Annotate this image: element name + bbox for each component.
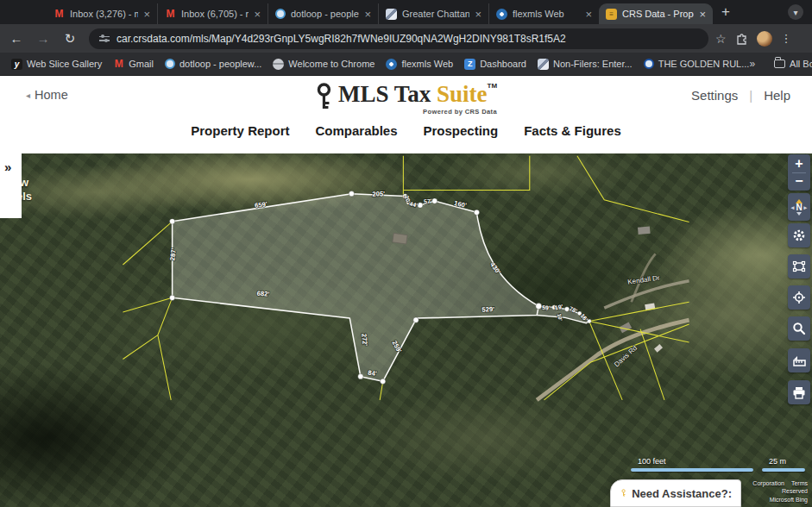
- tab-inbox-2[interactable]: M Inbox (6,705) - mp ×: [157, 3, 268, 24]
- need-assistance-label: Need Assistance?:: [632, 487, 732, 500]
- kendall-road: [604, 281, 689, 308]
- gmail-icon: M: [165, 9, 176, 20]
- terms-link[interactable]: Terms: [791, 480, 808, 486]
- compass-n-label: N: [796, 203, 802, 212]
- bookmark-non-filers[interactable]: Non-Filers: Enter...: [538, 59, 633, 70]
- bookmarks-overflow-icon[interactable]: »: [749, 58, 755, 70]
- bookmark-welcome-chrome[interactable]: Welcome to Chrome: [273, 59, 375, 70]
- bookmark-flexmls[interactable]: flexmls Web: [386, 59, 453, 70]
- parcel-outline: [173, 194, 539, 382]
- home-label: Home: [35, 88, 68, 102]
- header-links: Settings | Help: [691, 88, 790, 103]
- draw-area-button[interactable]: [788, 254, 810, 279]
- svg-text:287': 287': [168, 247, 177, 261]
- nav-property-report[interactable]: Property Report: [191, 123, 289, 138]
- svg-text:272': 272': [360, 333, 368, 347]
- tab-label: flexmls Web: [513, 9, 580, 19]
- logo-text: MLS Tax SuiteTM: [338, 83, 497, 106]
- all-bookmarks-button[interactable]: All Bookmarks: [774, 59, 812, 69]
- tab-search-button[interactable]: ▾: [788, 4, 803, 20]
- attribution-text: Corporation: [752, 480, 784, 486]
- bookmark-star-icon[interactable]: ☆: [715, 32, 727, 46]
- bookmark-label: Non-Filers: Enter...: [553, 59, 633, 69]
- golden-rule-icon: [644, 59, 654, 69]
- tab-label: Greater Chattanoo: [402, 9, 469, 19]
- bookmark-dashboard[interactable]: Z Dashboard: [464, 59, 526, 70]
- dotloop-icon: [165, 59, 175, 69]
- tab-crs-data-active[interactable]: ≡ CRS Data - Propert ×: [599, 3, 713, 24]
- browser-window: M Inbox (3,276) - mai × M Inbox (6,705) …: [0, 0, 812, 507]
- zoom-in-button[interactable]: +: [795, 156, 803, 172]
- extensions-icon[interactable]: [735, 32, 748, 45]
- site-icon: [386, 9, 397, 20]
- profile-avatar[interactable]: [757, 31, 772, 47]
- compass-control[interactable]: ◂N▸: [788, 193, 810, 221]
- scale-meters-label: 25 m: [762, 457, 805, 466]
- site-settings-icon[interactable]: [99, 36, 110, 41]
- chrome-menu-icon[interactable]: ⋮: [781, 32, 792, 45]
- close-icon[interactable]: ×: [585, 8, 592, 21]
- mls-tax-suite-logo: MLS Tax SuiteTM Powered by CRS Data: [315, 83, 497, 116]
- address-bar[interactable]: car.crsdata.com/mls/Map/Y4d293rGnpLY5wgR…: [89, 28, 708, 49]
- close-icon[interactable]: ×: [475, 8, 482, 21]
- collapsed-panel-strip: »: [0, 153, 22, 218]
- url-text[interactable]: car.crsdata.com/mls/Map/Y4d293rGnpLY5wgR…: [116, 33, 566, 45]
- flexmls-icon: [496, 9, 507, 20]
- compass-south-icon: [796, 212, 802, 216]
- settings-link[interactable]: Settings: [691, 88, 738, 103]
- need-assistance-panel[interactable]: Need Assistance?:: [610, 479, 741, 507]
- rotate-left-icon[interactable]: ◂: [791, 204, 795, 210]
- tab-flexmls[interactable]: flexmls Web ×: [488, 3, 599, 24]
- zoom-out-button[interactable]: −: [795, 173, 803, 189]
- home-button[interactable]: ◂ Home: [26, 88, 68, 102]
- rotate-right-icon[interactable]: ▸: [804, 204, 808, 210]
- bookmark-dotloop[interactable]: dotloop - peoplew...: [165, 59, 261, 69]
- draw-rectangle-icon: [792, 260, 806, 273]
- nav-prospecting[interactable]: Prospecting: [424, 123, 499, 138]
- bookmark-golden-rule[interactable]: THE GOLDEN RUL...: [644, 59, 750, 69]
- gmail-icon: M: [113, 59, 124, 70]
- map-search-button[interactable]: [788, 316, 810, 341]
- new-tab-button[interactable]: +: [721, 3, 730, 21]
- dashboard-icon: Z: [464, 59, 475, 70]
- folder-icon: [774, 59, 785, 68]
- bookmark-label: Web Slice Gallery: [27, 59, 102, 69]
- tab-chattanooga[interactable]: Greater Chattanoo ×: [378, 3, 488, 24]
- all-bookmarks-label: All Bookmarks: [790, 59, 812, 69]
- close-icon[interactable]: ×: [254, 8, 261, 21]
- mls-tax-suite-header: ◂ Home MLS Tax SuiteTM Powered by CRS Da…: [0, 76, 812, 153]
- kendall-dr-label: Kendall Dr: [627, 274, 661, 286]
- bookmark-web-slice[interactable]: y Web Slice Gallery: [11, 59, 102, 70]
- tab-dotloop[interactable]: dotloop - peoplew ×: [268, 3, 378, 24]
- help-link[interactable]: Help: [764, 88, 790, 103]
- close-icon[interactable]: ×: [364, 8, 371, 21]
- key-icon: [315, 83, 332, 114]
- reload-icon[interactable]: ↻: [60, 31, 80, 47]
- bookmark-label: Welcome to Chrome: [288, 59, 375, 69]
- flexmls-icon: [386, 59, 397, 70]
- main-nav: Property Report Comparables Prospecting …: [191, 123, 620, 138]
- nav-comparables[interactable]: Comparables: [315, 123, 397, 138]
- close-icon[interactable]: ×: [143, 8, 150, 21]
- bookmarks-bar: y Web Slice Gallery M Gmail dotloop - pe…: [0, 53, 812, 76]
- back-icon[interactable]: ←: [6, 31, 27, 46]
- expand-panel-icon[interactable]: »: [4, 160, 11, 174]
- svg-text:205': 205': [372, 190, 385, 198]
- map-settings-button[interactable]: [788, 223, 810, 247]
- print-button[interactable]: [788, 380, 810, 404]
- map-scale: 100 feet 25 m: [631, 457, 805, 472]
- bookmark-label: THE GOLDEN RUL...: [658, 59, 750, 69]
- tab-inbox-1[interactable]: M Inbox (3,276) - mai ×: [47, 3, 157, 24]
- ruler-icon: [792, 354, 807, 367]
- aerial-map[interactable]: 659' 205' 20' 44' 57' 160' 430' 287' 682…: [0, 153, 812, 507]
- attribution-text: Reserved: [752, 487, 808, 495]
- measure-button[interactable]: [788, 348, 810, 372]
- nav-facts-figures[interactable]: Facts & Figures: [524, 123, 621, 138]
- non-filers-icon: [538, 59, 549, 70]
- bookmark-gmail[interactable]: M Gmail: [113, 59, 154, 70]
- locate-button[interactable]: [788, 285, 810, 310]
- tab-label: Inbox (3,276) - mai: [70, 9, 138, 19]
- close-icon[interactable]: ×: [699, 8, 706, 21]
- davis-rd-label: Davis Rd: [613, 344, 639, 368]
- forward-icon[interactable]: →: [33, 31, 54, 46]
